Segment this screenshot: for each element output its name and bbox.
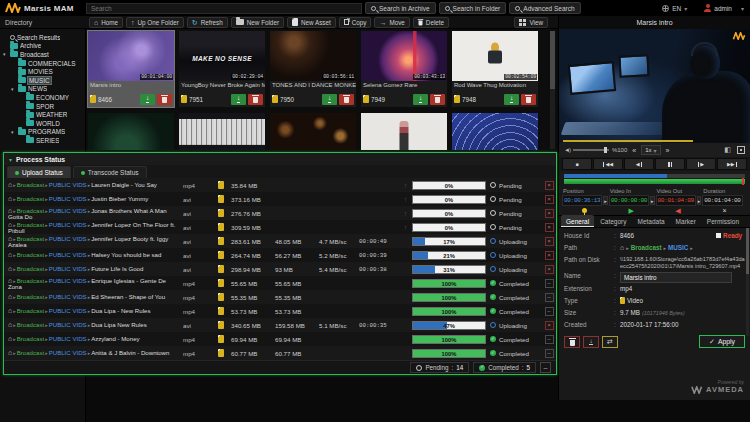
upload-row[interactable]: ⌂▸Broadcast▸PUBLIC VIDS▸Justin Bieber Yu… <box>4 192 556 206</box>
upload-row[interactable]: ⌂▸Broadcast▸PUBLIC VIDS▸Future Life Is G… <box>4 262 556 276</box>
mark-out-icon[interactable]: ◀ <box>675 207 680 215</box>
asset-thumbnail[interactable]: MAKE NO SENSE 00:02:29:04 <box>179 31 265 81</box>
timecode-field[interactable]: 00:01:04:00 <box>702 195 742 206</box>
download-button[interactable]: ↓ <box>140 94 155 105</box>
sidebar-tree-item[interactable]: COMMERCIALS <box>0 59 85 68</box>
search-in-folder-button[interactable]: Search in Folder <box>439 2 507 14</box>
jump-start-button[interactable]: ◀◀ <box>593 158 623 170</box>
upload-row[interactable]: ⌂▸Broadcast▸PUBLIC VIDS▸Lauren Daigle - … <box>4 178 556 192</box>
cancel-upload-button[interactable]: × <box>545 321 554 330</box>
minimize-panel-button[interactable]: – <box>540 362 551 373</box>
tab-category[interactable]: Category <box>595 215 631 227</box>
sidebar-tree-item[interactable]: ▾ Broadcast <box>0 50 85 59</box>
frame-forward-button[interactable]: ▶ <box>686 158 716 170</box>
jump-end-button[interactable]: ▶▶ <box>717 158 747 170</box>
fullscreen-icon[interactable] <box>737 146 745 154</box>
volume-slider[interactable] <box>573 149 609 151</box>
new-folder-button[interactable]: New Folder <box>231 17 284 28</box>
sidebar-tree-item[interactable]: ECONOMY <box>0 93 85 102</box>
priority-up-icon[interactable]: ↑ <box>404 182 408 189</box>
asset-thumbnail[interactable]: 00:01:04:00 <box>88 31 174 81</box>
pip-icon[interactable]: ◧ <box>724 146 731 154</box>
ready-checkbox[interactable] <box>716 233 721 238</box>
upload-row[interactable]: ⌂▸Broadcast▸PUBLIC VIDS▸Dua Lipa - New R… <box>4 304 556 318</box>
seek-bar[interactable] <box>564 174 745 178</box>
step-button[interactable]: ▸ <box>697 196 702 205</box>
advanced-search-button[interactable]: Advanced Search <box>509 2 580 14</box>
upload-row[interactable]: ⌂▸Broadcast▸PUBLIC VIDS▸Anitta & J Balvi… <box>4 346 556 360</box>
download-button[interactable]: ↓ <box>322 94 337 105</box>
clear-icon[interactable]: × <box>723 207 727 215</box>
asset-thumbnail[interactable]: 00:02:54:09 <box>452 31 538 81</box>
tab-metadata[interactable]: Metadata <box>633 215 670 227</box>
search-in-archive-button[interactable]: Search in Archive <box>365 2 436 14</box>
tree-caret-icon[interactable]: ▾ <box>3 51 8 57</box>
pin-icon[interactable] <box>582 208 587 213</box>
cancel-upload-button[interactable]: – <box>545 349 554 358</box>
home-button[interactable]: ⌂ Home <box>89 17 123 28</box>
asset-thumbnail-partial[interactable] <box>179 113 265 150</box>
timecode-field[interactable]: 00:01:04:09 <box>656 195 696 206</box>
cancel-upload-button[interactable]: – <box>545 335 554 344</box>
priority-up-icon[interactable]: ↑ <box>404 210 408 217</box>
asset-thumbnail-partial[interactable] <box>361 113 447 150</box>
tab-upload-status[interactable]: Upload Status <box>7 166 71 178</box>
asset-thumbnail[interactable]: 00:03:56:11 <box>270 31 356 81</box>
step-button[interactable]: ▸ <box>603 196 608 205</box>
upload-row[interactable]: ⌂▸Broadcast▸PUBLIC VIDS▸Ed Sheeran - Sha… <box>4 290 556 304</box>
asset-thumbnail-partial[interactable] <box>88 113 174 150</box>
cancel-upload-button[interactable]: × <box>545 209 554 218</box>
asset-card[interactable]: 00:03:56:11 TONES AND I DANCE MONKEY 795… <box>270 31 356 107</box>
metadata-scrollbar[interactable] <box>746 228 749 336</box>
delete-button[interactable] <box>157 94 172 105</box>
cancel-upload-button[interactable]: × <box>545 265 554 274</box>
sidebar-tree-item[interactable]: WEATHER <box>0 110 85 119</box>
download-asset-button[interactable]: ↓ <box>583 336 599 348</box>
video-preview[interactable] <box>559 29 750 143</box>
upload-row[interactable]: ⌂▸Broadcast▸PUBLIC VIDS▸Halsey You shoul… <box>4 248 556 262</box>
delete-button[interactable] <box>248 94 263 105</box>
tab-transcode-status[interactable]: Transcode Status <box>73 166 147 178</box>
tree-caret-icon[interactable]: ▾ <box>11 129 16 135</box>
upload-row[interactable]: ⌂▸Broadcast▸PUBLIC VIDS▸Jennifer Lopez O… <box>4 220 556 234</box>
refresh-button[interactable]: ↻ Refresh <box>187 17 228 28</box>
pause-button[interactable] <box>655 158 685 170</box>
sidebar-tree-item[interactable]: MOVIES <box>0 67 85 76</box>
priority-up-icon[interactable]: ↑ <box>404 196 408 203</box>
apply-button[interactable]: ✓ Apply <box>699 335 745 348</box>
timeline-bar[interactable] <box>564 179 745 184</box>
download-button[interactable]: ↓ <box>231 94 246 105</box>
delete-button[interactable]: Delete <box>413 17 449 28</box>
collapse-caret-icon[interactable]: ▾ <box>9 156 12 163</box>
sidebar-tree-item[interactable]: WORLD <box>0 119 85 128</box>
language-menu[interactable]: EN ▾ <box>657 2 692 14</box>
up-one-folder-button[interactable]: ↑ Up One Folder <box>126 17 184 28</box>
asset-card[interactable]: 00:01:04:00 Marsis intro 8466 ↓ <box>88 31 174 107</box>
sidebar-tree-item[interactable]: SERIES <box>0 136 85 145</box>
asset-thumbnail-partial[interactable] <box>270 113 356 150</box>
tab-general[interactable]: General <box>561 215 594 227</box>
asset-card[interactable]: 00:03:43:13 Selena Gomez Rare 7949 ↓ <box>361 31 447 107</box>
download-button[interactable]: ↓ <box>504 94 519 105</box>
name-input[interactable]: Marsis intro <box>620 272 732 283</box>
playback-rate-select[interactable]: 1x ▾ <box>641 145 660 155</box>
move-button[interactable]: → Move <box>374 17 409 28</box>
cancel-upload-button[interactable]: × <box>545 223 554 232</box>
rewind-button[interactable]: « <box>630 147 638 154</box>
upload-row[interactable]: ⌂▸Broadcast▸PUBLIC VIDS▸Azzyland - Money… <box>4 332 556 346</box>
chevron-down-icon[interactable]: ▾ <box>741 5 744 12</box>
breadcrumb-root[interactable]: Broadcast <box>631 244 662 251</box>
cancel-upload-button[interactable]: × <box>545 251 554 260</box>
tab-marker[interactable]: Marker <box>671 215 701 227</box>
frame-back-button[interactable]: ◀ <box>624 158 654 170</box>
grid-scrollbar[interactable] <box>550 31 555 149</box>
breadcrumb-folder[interactable]: MUSIC <box>668 244 688 251</box>
cancel-upload-button[interactable]: × <box>545 195 554 204</box>
copy-button[interactable]: Copy <box>339 17 372 28</box>
delete-button[interactable] <box>521 94 536 105</box>
timecode-field[interactable]: 00:00:00:00 <box>609 195 649 206</box>
sidebar-tree-item[interactable]: MUSIC <box>0 76 85 85</box>
fast-forward-button[interactable]: » <box>664 147 672 154</box>
sidebar-tree-item[interactable]: ▾ NEWS <box>0 85 85 94</box>
priority-up-icon[interactable]: ↑ <box>404 224 408 231</box>
